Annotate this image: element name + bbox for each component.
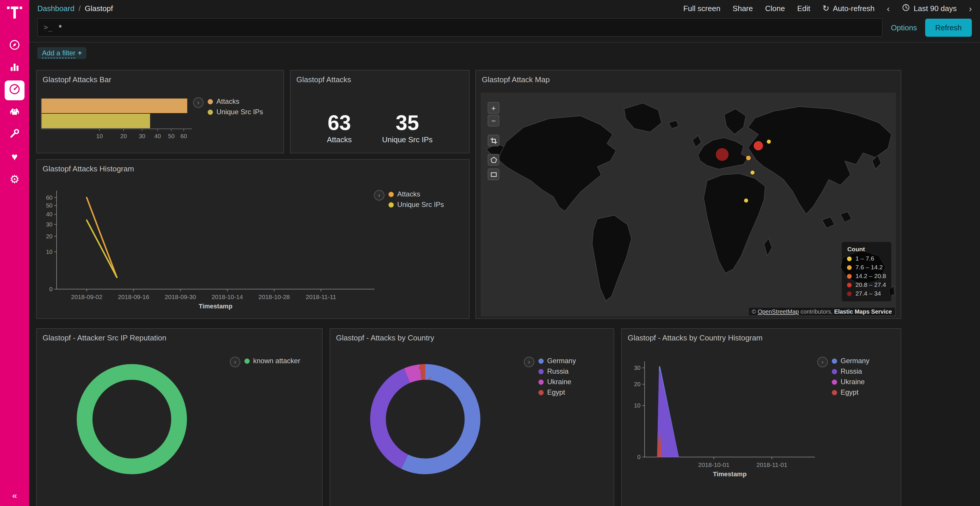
rectangle-tool-button[interactable] xyxy=(488,168,500,180)
heart-icon: ♥ xyxy=(11,151,18,163)
legend-range-label: 20.8 – 27.4 xyxy=(856,281,886,289)
legend-item[interactable]: Egypt xyxy=(538,388,576,397)
map-marker[interactable] xyxy=(750,170,754,174)
map-legend-row: 20.8 – 27.4 xyxy=(847,281,886,289)
panel-title: Glastopf Attacks xyxy=(291,71,469,84)
top-navigation-bar: Dashboard / Glastopf Full screen Share C… xyxy=(29,0,980,16)
map-marker[interactable] xyxy=(767,139,771,143)
map-marker[interactable] xyxy=(716,148,729,161)
crop-tool-button[interactable] xyxy=(488,135,500,146)
dashboard-gauge-icon xyxy=(8,82,21,98)
legend-color-dot xyxy=(847,265,852,270)
add-filter-button[interactable]: Add a filter+ xyxy=(37,47,87,59)
legend-item[interactable]: Russia xyxy=(538,367,576,376)
openstreetmap-link[interactable]: OpenStreetMap xyxy=(758,308,799,315)
edit-button[interactable]: Edit xyxy=(797,4,810,13)
legend-label: Unique Src IPs xyxy=(397,200,444,209)
svg-text:30: 30 xyxy=(46,221,52,228)
attacks-by-country-donut-chart[interactable] xyxy=(361,355,489,483)
legend-label: Unique Src IPs xyxy=(216,108,263,116)
sidebar-item-visualize[interactable] xyxy=(5,58,24,78)
attacks-bar-chart[interactable]: 102030405060 xyxy=(39,94,220,146)
polygon-tool-button[interactable] xyxy=(488,154,500,165)
panel-title: Glastopf - Attacks by Country Histogram xyxy=(622,329,900,342)
legend-item[interactable]: Germany xyxy=(538,357,576,365)
svg-text:0: 0 xyxy=(637,454,641,460)
legend-range-label: 7.6 – 14.2 xyxy=(856,263,883,272)
space-invader-icon xyxy=(9,105,21,120)
sidebar-item-dev-tools[interactable] xyxy=(5,125,24,144)
time-range-button[interactable]: Last 90 days xyxy=(902,3,957,13)
svg-text:50: 50 xyxy=(168,133,174,139)
metric-label: Unique Src IPs xyxy=(382,135,433,144)
zoom-out-button[interactable]: − xyxy=(488,115,500,127)
query-options-link[interactable]: Options xyxy=(891,23,917,32)
panel-glastopf-attacks-metric: Glastopf Attacks 63 Attacks 35 Unique Sr… xyxy=(290,70,469,153)
legend-label: Attacks xyxy=(216,97,239,106)
legend-toggle-icon[interactable]: › xyxy=(193,97,204,108)
full-screen-button[interactable]: Full screen xyxy=(683,4,721,13)
legend-items: AttacksUnique Src IPs xyxy=(388,190,444,211)
sidebar-item-management[interactable]: ⚙ xyxy=(5,169,24,189)
legend-color-dot xyxy=(538,379,544,384)
legend-item[interactable]: Egypt xyxy=(832,388,869,397)
topbar-actions: Full screen Share Clone Edit ↻ Auto-refr… xyxy=(683,3,972,13)
legend-range-label: 27.4 – 34 xyxy=(856,289,881,298)
legend-toggle-icon[interactable]: › xyxy=(524,357,535,367)
attacks-histogram-chart[interactable]: 01020304050602018-09-022018-09-162018-09… xyxy=(40,183,397,316)
attack-map[interactable]: + − xyxy=(480,93,896,317)
panel-attacks-by-country: Glastopf - Attacks by Country ›GermanyRu… xyxy=(329,328,614,506)
svg-text:10: 10 xyxy=(46,249,52,255)
legend-item[interactable]: Ukraine xyxy=(832,378,869,386)
panel-attacks-by-country-histogram: Glastopf - Attacks by Country Histogram … xyxy=(621,328,901,506)
legend-item[interactable]: Attacks xyxy=(388,190,444,198)
legend-range-label: 1 – 7.6 xyxy=(856,254,874,263)
share-button[interactable]: Share xyxy=(733,4,753,13)
breadcrumb-separator: / xyxy=(78,4,81,13)
sidebar-item-dashboard[interactable] xyxy=(5,81,24,100)
legend-range-label: 14.2 – 20.8 xyxy=(856,272,886,281)
legend-label: Attacks xyxy=(397,190,420,198)
breadcrumb-dashboard-link[interactable]: Dashboard xyxy=(37,4,75,13)
refresh-button[interactable]: Refresh xyxy=(925,18,972,36)
legend-toggle-icon[interactable]: › xyxy=(374,190,384,200)
map-marker[interactable] xyxy=(744,198,748,203)
map-count-legend: Count 1 – 7.67.6 – 14.214.2 – 20.820.8 –… xyxy=(842,242,891,301)
search-query-input[interactable]: >_ * xyxy=(37,18,883,37)
legend-toggle-icon[interactable]: › xyxy=(230,357,240,367)
map-marker[interactable] xyxy=(753,141,763,151)
map-markers-layer xyxy=(480,93,896,317)
time-back-button[interactable]: ‹ xyxy=(887,3,890,13)
legend-color-dot xyxy=(832,358,837,363)
legend-item[interactable]: Germany xyxy=(832,357,869,365)
legend-item[interactable]: Attacks xyxy=(208,97,263,106)
auto-refresh-button[interactable]: ↻ Auto-refresh xyxy=(822,3,875,13)
zoom-in-button[interactable]: + xyxy=(488,102,500,114)
sidebar-item-monitoring[interactable]: ♥ xyxy=(5,147,24,167)
gear-icon: ⚙ xyxy=(10,172,19,186)
elastic-maps-service-link[interactable]: Elastic Maps Service xyxy=(834,308,892,315)
legend-label: known attacker xyxy=(253,357,300,365)
attacks-by-country-histogram-chart[interactable]: 01020302018-10-012018-11-01Timestamp xyxy=(625,352,837,506)
legend-item[interactable]: known attacker xyxy=(244,357,300,365)
clone-button[interactable]: Clone xyxy=(765,4,785,13)
legend-item[interactable]: Russia xyxy=(832,367,869,376)
legend-label: Egypt xyxy=(547,388,565,397)
legend-item[interactable]: Unique Src IPs xyxy=(208,108,263,116)
legend-item[interactable]: Unique Src IPs xyxy=(388,200,444,209)
panel-attacker-src-ip-reputation: Glastopf - Attacker Src IP Reputation ›k… xyxy=(36,328,323,506)
time-forward-button[interactable]: › xyxy=(969,3,972,13)
sidebar-collapse-icon[interactable]: « xyxy=(12,490,17,500)
legend-item[interactable]: Ukraine xyxy=(538,378,576,386)
svg-text:2018-10-01: 2018-10-01 xyxy=(698,462,729,468)
sidebar-item-honeypot[interactable] xyxy=(5,103,24,122)
legend-toggle-icon[interactable]: › xyxy=(817,357,828,367)
metric-label: Attacks xyxy=(327,135,352,144)
map-attribution: © OpenStreetMap contributors, Elastic Ma… xyxy=(749,308,895,316)
map-marker[interactable] xyxy=(746,155,751,160)
reputation-donut-chart[interactable] xyxy=(68,355,196,483)
refresh-cycle-icon: ↻ xyxy=(822,3,829,13)
attacks-bar-legend: ›AttacksUnique Src IPs xyxy=(193,97,263,118)
metric-unique-src-ips: 35 Unique Src IPs xyxy=(382,112,433,144)
sidebar-item-discover[interactable] xyxy=(5,36,24,56)
